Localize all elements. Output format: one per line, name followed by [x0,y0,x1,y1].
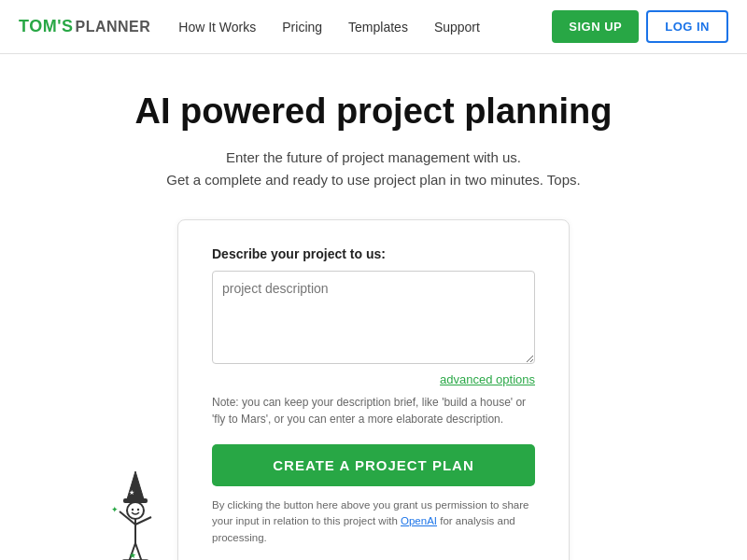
consent-text: By clicking the button here above you gr… [212,497,535,546]
project-description-input[interactable] [212,271,535,364]
svg-text:★: ★ [129,551,136,560]
openai-link[interactable]: OpenAI [401,515,437,526]
nav-pricing[interactable]: Pricing [282,20,322,35]
hero-subtitle: Enter the future of project management w… [166,147,580,191]
card-note: Note: you can keep your description brie… [212,394,535,427]
svg-point-3 [127,502,144,519]
svg-text:✦: ✦ [111,505,119,514]
svg-text:★: ★ [129,489,134,496]
main-content: AI powered project planning Enter the fu… [0,54,747,560]
hero-subtitle-line2: Get a complete and ready to use project … [166,172,580,188]
hero-subtitle-line1: Enter the future of project management w… [226,149,521,165]
advanced-options-link[interactable]: advanced options [212,372,535,386]
create-project-plan-button[interactable]: CREATE A PROJECT PLAN [212,444,535,486]
main-nav: How It Works Pricing Templates Support [178,20,552,35]
card-label: Describe your project to us: [212,246,535,261]
nav-support[interactable]: Support [434,20,480,35]
nav-how-it-works[interactable]: How It Works [178,20,256,35]
signup-button[interactable]: SIGN UP [552,10,639,43]
logo-toms: TOM'S [19,17,73,36]
svg-line-11 [135,543,142,560]
svg-point-4 [131,509,133,511]
header-buttons: SIGN UP LOG IN [552,10,728,43]
hero-title: AI powered project planning [135,91,613,132]
login-button[interactable]: LOG IN [646,10,728,43]
wizard-illustration: ★ ✦ [93,457,177,560]
project-card: Describe your project to us: advanced op… [177,219,570,560]
logo[interactable]: TOM'S PLANNER [19,17,150,36]
nav-templates[interactable]: Templates [348,20,408,35]
logo-planner: PLANNER [75,19,150,35]
site-header: TOM'S PLANNER How It Works Pricing Templ… [0,0,747,54]
svg-point-5 [136,509,138,511]
